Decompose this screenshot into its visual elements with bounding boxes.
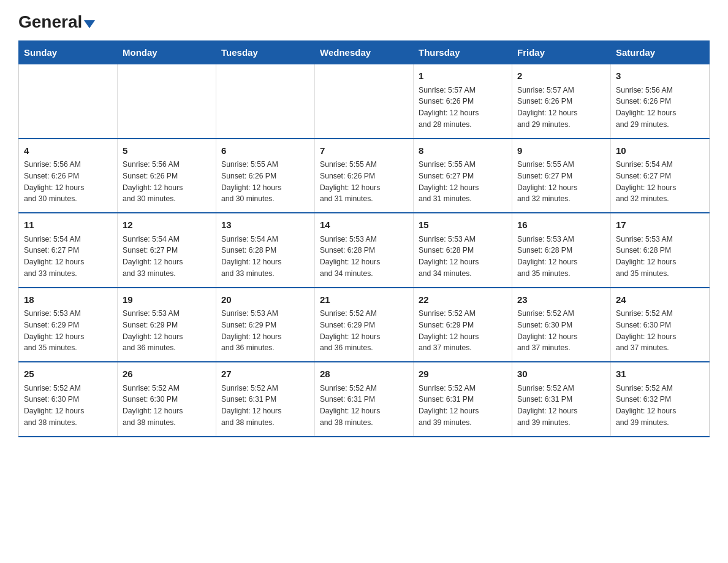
calendar-day-cell: 19Sunrise: 5:53 AM Sunset: 6:29 PM Dayli… bbox=[118, 288, 216, 362]
calendar-day-header: Thursday bbox=[414, 41, 512, 64]
day-info: Sunrise: 5:52 AM Sunset: 6:30 PM Dayligh… bbox=[24, 384, 84, 427]
day-info: Sunrise: 5:56 AM Sunset: 6:26 PM Dayligh… bbox=[24, 160, 84, 203]
day-number: 12 bbox=[123, 218, 211, 232]
calendar-day-header: Friday bbox=[512, 41, 611, 64]
calendar-day-cell bbox=[19, 64, 118, 139]
day-number: 23 bbox=[517, 293, 605, 307]
calendar-day-header: Monday bbox=[118, 41, 216, 64]
calendar-week-row: 4Sunrise: 5:56 AM Sunset: 6:26 PM Daylig… bbox=[19, 139, 710, 213]
calendar-day-cell: 26Sunrise: 5:52 AM Sunset: 6:30 PM Dayli… bbox=[118, 362, 216, 437]
day-info: Sunrise: 5:53 AM Sunset: 6:29 PM Dayligh… bbox=[221, 309, 281, 352]
logo: General bbox=[18, 12, 95, 29]
calendar-day-cell: 18Sunrise: 5:53 AM Sunset: 6:29 PM Dayli… bbox=[19, 288, 118, 362]
day-number: 6 bbox=[221, 144, 309, 158]
day-number: 4 bbox=[24, 144, 112, 158]
day-info: Sunrise: 5:55 AM Sunset: 6:27 PM Dayligh… bbox=[517, 160, 577, 203]
day-info: Sunrise: 5:53 AM Sunset: 6:28 PM Dayligh… bbox=[419, 235, 479, 278]
day-number: 3 bbox=[616, 69, 704, 83]
day-number: 18 bbox=[24, 293, 112, 307]
day-info: Sunrise: 5:53 AM Sunset: 6:28 PM Dayligh… bbox=[517, 235, 577, 278]
day-number: 24 bbox=[616, 293, 704, 307]
calendar-week-row: 11Sunrise: 5:54 AM Sunset: 6:27 PM Dayli… bbox=[19, 213, 710, 288]
day-number: 15 bbox=[419, 218, 507, 232]
calendar-day-cell: 15Sunrise: 5:53 AM Sunset: 6:28 PM Dayli… bbox=[414, 213, 512, 288]
day-number: 30 bbox=[517, 367, 605, 381]
calendar-day-cell bbox=[118, 64, 216, 139]
calendar-day-cell: 27Sunrise: 5:52 AM Sunset: 6:31 PM Dayli… bbox=[216, 362, 315, 437]
day-info: Sunrise: 5:53 AM Sunset: 6:28 PM Dayligh… bbox=[320, 235, 380, 278]
calendar-day-cell: 23Sunrise: 5:52 AM Sunset: 6:30 PM Dayli… bbox=[512, 288, 611, 362]
day-info: Sunrise: 5:52 AM Sunset: 6:31 PM Dayligh… bbox=[320, 384, 380, 427]
day-number: 10 bbox=[616, 144, 704, 158]
day-info: Sunrise: 5:55 AM Sunset: 6:26 PM Dayligh… bbox=[221, 160, 281, 203]
calendar-day-cell: 2Sunrise: 5:57 AM Sunset: 6:26 PM Daylig… bbox=[512, 64, 611, 139]
calendar-day-cell: 3Sunrise: 5:56 AM Sunset: 6:26 PM Daylig… bbox=[611, 64, 710, 139]
day-info: Sunrise: 5:52 AM Sunset: 6:31 PM Dayligh… bbox=[419, 384, 479, 427]
day-info: Sunrise: 5:53 AM Sunset: 6:29 PM Dayligh… bbox=[123, 309, 183, 352]
day-number: 29 bbox=[419, 367, 507, 381]
day-info: Sunrise: 5:53 AM Sunset: 6:28 PM Dayligh… bbox=[616, 235, 676, 278]
calendar-day-cell: 16Sunrise: 5:53 AM Sunset: 6:28 PM Dayli… bbox=[512, 213, 611, 288]
calendar-header-row: SundayMondayTuesdayWednesdayThursdayFrid… bbox=[19, 41, 710, 64]
day-info: Sunrise: 5:53 AM Sunset: 6:29 PM Dayligh… bbox=[24, 309, 84, 352]
day-info: Sunrise: 5:54 AM Sunset: 6:28 PM Dayligh… bbox=[221, 235, 281, 278]
calendar-day-cell: 10Sunrise: 5:54 AM Sunset: 6:27 PM Dayli… bbox=[611, 139, 710, 213]
calendar-day-cell: 5Sunrise: 5:56 AM Sunset: 6:26 PM Daylig… bbox=[118, 139, 216, 213]
day-info: Sunrise: 5:54 AM Sunset: 6:27 PM Dayligh… bbox=[24, 235, 84, 278]
calendar-week-row: 18Sunrise: 5:53 AM Sunset: 6:29 PM Dayli… bbox=[19, 288, 710, 362]
calendar-day-header: Saturday bbox=[611, 41, 710, 64]
day-number: 13 bbox=[221, 218, 309, 232]
day-number: 28 bbox=[320, 367, 408, 381]
calendar-day-cell: 24Sunrise: 5:52 AM Sunset: 6:30 PM Dayli… bbox=[611, 288, 710, 362]
calendar-week-row: 1Sunrise: 5:57 AM Sunset: 6:26 PM Daylig… bbox=[19, 64, 710, 139]
day-number: 26 bbox=[123, 367, 211, 381]
day-info: Sunrise: 5:56 AM Sunset: 6:26 PM Dayligh… bbox=[616, 86, 676, 129]
day-info: Sunrise: 5:52 AM Sunset: 6:30 PM Dayligh… bbox=[517, 309, 577, 352]
calendar-day-cell: 25Sunrise: 5:52 AM Sunset: 6:30 PM Dayli… bbox=[19, 362, 118, 437]
calendar-week-row: 25Sunrise: 5:52 AM Sunset: 6:30 PM Dayli… bbox=[19, 362, 710, 437]
calendar-day-header: Tuesday bbox=[216, 41, 315, 64]
calendar-day-cell: 29Sunrise: 5:52 AM Sunset: 6:31 PM Dayli… bbox=[414, 362, 512, 437]
calendar-day-cell: 11Sunrise: 5:54 AM Sunset: 6:27 PM Dayli… bbox=[19, 213, 118, 288]
calendar-day-cell: 21Sunrise: 5:52 AM Sunset: 6:29 PM Dayli… bbox=[315, 288, 414, 362]
calendar-day-cell: 28Sunrise: 5:52 AM Sunset: 6:31 PM Dayli… bbox=[315, 362, 414, 437]
day-info: Sunrise: 5:57 AM Sunset: 6:26 PM Dayligh… bbox=[419, 86, 479, 129]
calendar-day-cell: 30Sunrise: 5:52 AM Sunset: 6:31 PM Dayli… bbox=[512, 362, 611, 437]
day-number: 27 bbox=[221, 367, 309, 381]
day-number: 21 bbox=[320, 293, 408, 307]
calendar-day-header: Wednesday bbox=[315, 41, 414, 64]
day-number: 31 bbox=[616, 367, 704, 381]
calendar-day-cell: 13Sunrise: 5:54 AM Sunset: 6:28 PM Dayli… bbox=[216, 213, 315, 288]
day-info: Sunrise: 5:52 AM Sunset: 6:31 PM Dayligh… bbox=[221, 384, 281, 427]
day-info: Sunrise: 5:54 AM Sunset: 6:27 PM Dayligh… bbox=[123, 235, 183, 278]
page-header: General bbox=[18, 12, 710, 29]
calendar-table: SundayMondayTuesdayWednesdayThursdayFrid… bbox=[18, 40, 710, 437]
day-number: 20 bbox=[221, 293, 309, 307]
day-number: 8 bbox=[419, 144, 507, 158]
day-info: Sunrise: 5:57 AM Sunset: 6:26 PM Dayligh… bbox=[517, 86, 577, 129]
day-number: 1 bbox=[419, 69, 507, 83]
day-number: 25 bbox=[24, 367, 112, 381]
day-info: Sunrise: 5:52 AM Sunset: 6:29 PM Dayligh… bbox=[419, 309, 479, 352]
day-info: Sunrise: 5:54 AM Sunset: 6:27 PM Dayligh… bbox=[616, 160, 676, 203]
day-number: 5 bbox=[123, 144, 211, 158]
day-number: 2 bbox=[517, 69, 605, 83]
calendar-day-cell: 4Sunrise: 5:56 AM Sunset: 6:26 PM Daylig… bbox=[19, 139, 118, 213]
calendar-day-cell bbox=[216, 64, 315, 139]
day-info: Sunrise: 5:52 AM Sunset: 6:32 PM Dayligh… bbox=[616, 384, 676, 427]
day-info: Sunrise: 5:52 AM Sunset: 6:30 PM Dayligh… bbox=[123, 384, 183, 427]
day-number: 7 bbox=[320, 144, 408, 158]
calendar-day-cell: 17Sunrise: 5:53 AM Sunset: 6:28 PM Dayli… bbox=[611, 213, 710, 288]
calendar-day-cell: 22Sunrise: 5:52 AM Sunset: 6:29 PM Dayli… bbox=[414, 288, 512, 362]
day-number: 9 bbox=[517, 144, 605, 158]
calendar-day-cell: 31Sunrise: 5:52 AM Sunset: 6:32 PM Dayli… bbox=[611, 362, 710, 437]
calendar-day-cell: 7Sunrise: 5:55 AM Sunset: 6:26 PM Daylig… bbox=[315, 139, 414, 213]
day-number: 14 bbox=[320, 218, 408, 232]
calendar-day-header: Sunday bbox=[19, 41, 118, 64]
calendar-day-cell: 14Sunrise: 5:53 AM Sunset: 6:28 PM Dayli… bbox=[315, 213, 414, 288]
calendar-day-cell: 20Sunrise: 5:53 AM Sunset: 6:29 PM Dayli… bbox=[216, 288, 315, 362]
day-number: 16 bbox=[517, 218, 605, 232]
calendar-day-cell bbox=[315, 64, 414, 139]
logo-general: General bbox=[18, 12, 82, 32]
calendar-day-cell: 8Sunrise: 5:55 AM Sunset: 6:27 PM Daylig… bbox=[414, 139, 512, 213]
